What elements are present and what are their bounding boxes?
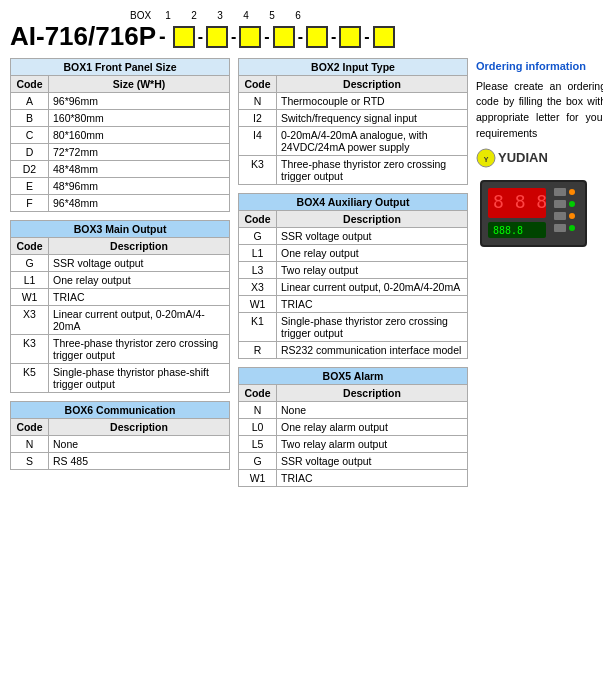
box-sq-6 (339, 26, 361, 48)
row-code: D2 (11, 161, 49, 178)
box3-col1: Code (11, 238, 49, 255)
svg-rect-7 (554, 188, 566, 196)
row-code: B (11, 110, 49, 127)
model-title: AI-716/716P - - - - - - - (10, 21, 593, 52)
row-desc: 96*96mm (49, 93, 230, 110)
table-row: L1One relay output (11, 272, 230, 289)
row-desc: SSR voltage output (49, 255, 230, 272)
row-code: F (11, 195, 49, 212)
box6-header: BOX6 Communication (11, 402, 230, 419)
box1-header: BOX1 Front Panel Size (11, 59, 230, 76)
box6-col2: Description (49, 419, 230, 436)
table-row: K1Single-phase thyristor zero crossing t… (239, 313, 468, 342)
left-column: BOX1 Front Panel Size Code Size (W*H) A9… (10, 58, 230, 495)
row-desc: Single-phase thyristor zero crossing tri… (277, 313, 468, 342)
header-section: BOX 1 2 3 4 5 6 AI-716/716P - - - - - - … (10, 10, 593, 52)
row-desc: RS 485 (49, 453, 230, 470)
box-sq-7 (373, 26, 395, 48)
brand-name: YUDIAN (498, 148, 548, 168)
table-row: NNone (11, 436, 230, 453)
table-row: E48*96mm (11, 178, 230, 195)
box4-table: BOX4 Auxiliary Output Code Description G… (238, 193, 468, 359)
table-row: GSSR voltage output (239, 228, 468, 245)
sq-dash-3: - (264, 28, 269, 46)
brand-logo: Y YUDIAN (476, 148, 603, 168)
box-num-4: 4 (233, 10, 259, 21)
table-row: NNone (239, 402, 468, 419)
row-desc: SSR voltage output (277, 453, 468, 470)
svg-point-14 (569, 225, 575, 231)
row-code: W1 (11, 289, 49, 306)
box-num-6: 6 (285, 10, 311, 21)
box2-header: BOX2 Input Type (239, 59, 468, 76)
box-num-1: 1 (155, 10, 181, 21)
row-code: L3 (239, 262, 277, 279)
row-desc: Linear current output, 0-20mA/4-20mA (277, 279, 468, 296)
device-svg: 8 8 8 888.8 (476, 176, 591, 251)
box5-col2: Description (277, 385, 468, 402)
box6-table: BOX6 Communication Code Description NNon… (10, 401, 230, 470)
box4-col1: Code (239, 211, 277, 228)
ordering-section: Ordering information Please create an or… (476, 58, 603, 495)
box-label: BOX (130, 10, 151, 21)
box5-table: BOX5 Alarm Code Description NNoneL0One r… (238, 367, 468, 487)
row-desc: Two relay output (277, 262, 468, 279)
box6-col1: Code (11, 419, 49, 436)
box-sq-4 (273, 26, 295, 48)
row-code: R (239, 342, 277, 359)
table-row: C80*160mm (11, 127, 230, 144)
row-desc: Single-phase thyristor phase-shift trigg… (49, 364, 230, 393)
model-text: AI-716/716P (10, 21, 156, 52)
table-row: F96*48mm (11, 195, 230, 212)
table-row: W1TRIAC (239, 296, 468, 313)
box1-col1: Code (11, 76, 49, 93)
row-code: N (239, 93, 277, 110)
box-number-row: BOX 1 2 3 4 5 6 (130, 10, 593, 21)
brand-logo-icon: Y (476, 148, 496, 168)
row-desc: 80*160mm (49, 127, 230, 144)
box4-header: BOX4 Auxiliary Output (239, 194, 468, 211)
sq-dash-1: - (198, 28, 203, 46)
row-code: L1 (11, 272, 49, 289)
row-code: N (11, 436, 49, 453)
right-column: BOX2 Input Type Code Description NThermo… (238, 58, 468, 495)
row-desc: Three-phase thyristor zero crossing trig… (49, 335, 230, 364)
row-desc: 72*72mm (49, 144, 230, 161)
main-content: BOX1 Front Panel Size Code Size (W*H) A9… (10, 58, 593, 495)
row-code: G (239, 228, 277, 245)
row-code: X3 (11, 306, 49, 335)
dash-sep: - (159, 25, 166, 48)
row-code: K1 (239, 313, 277, 342)
sq-dash-2: - (231, 28, 236, 46)
row-code: L0 (239, 419, 277, 436)
row-desc: RS232 communication interface model (277, 342, 468, 359)
svg-text:8 8 8: 8 8 8 (493, 191, 547, 212)
row-code: S (11, 453, 49, 470)
table-row: K5Single-phase thyristor phase-shift tri… (11, 364, 230, 393)
row-desc: 96*48mm (49, 195, 230, 212)
table-row: RRS232 communication interface model (239, 342, 468, 359)
box-sq-1 (173, 26, 195, 48)
box5-col1: Code (239, 385, 277, 402)
box5-header: BOX5 Alarm (239, 368, 468, 385)
device-illustration: 8 8 8 888.8 (476, 176, 603, 256)
box4-col2: Description (277, 211, 468, 228)
row-code: I4 (239, 127, 277, 156)
table-row: NThermocouple or RTD (239, 93, 468, 110)
row-code: C (11, 127, 49, 144)
box-sq-3 (239, 26, 261, 48)
row-desc: TRIAC (277, 296, 468, 313)
svg-rect-9 (554, 212, 566, 220)
row-code: E (11, 178, 49, 195)
row-desc: None (277, 402, 468, 419)
box-sq-2 (206, 26, 228, 48)
row-code: N (239, 402, 277, 419)
sq-dash-4: - (298, 28, 303, 46)
row-code: K5 (11, 364, 49, 393)
row-desc: 48*48mm (49, 161, 230, 178)
row-code: L1 (239, 245, 277, 262)
row-code: D (11, 144, 49, 161)
box2-col1: Code (239, 76, 277, 93)
row-desc: One relay output (277, 245, 468, 262)
box3-col2: Description (49, 238, 230, 255)
